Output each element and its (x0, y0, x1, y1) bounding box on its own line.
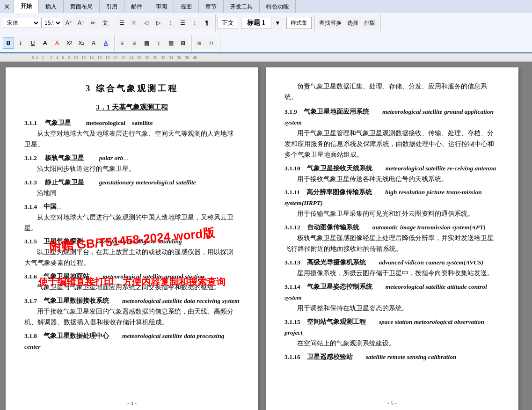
bold-btn[interactable]: B (3, 37, 14, 49)
list-bullet-btn[interactable]: ☰ (116, 17, 127, 29)
entry-312-header: 3.1.2 极轨气象卫星 polar orb… (24, 153, 240, 164)
entry-311-header: 3.1.1 气象卫星 meteorological satellite (24, 118, 240, 129)
tab-view[interactable]: 视图 (174, 0, 199, 13)
tab-chapter[interactable]: 章节 (199, 0, 224, 13)
tab-references[interactable]: 引用 (100, 0, 124, 13)
entry-313-body: 沿地同 (24, 188, 240, 199)
layout-btn[interactable]: 排版 (362, 17, 378, 29)
left-page-num: - 4 - (127, 399, 137, 408)
heading1-box[interactable]: 标题 1 (241, 17, 271, 29)
entry-315-body: 以卫星为观测平台，在其上放置主动的或被动的遥感仪器，用以探测大气气象要素的过程。 (24, 247, 240, 269)
heading-dropdown-btn[interactable]: ▼ (272, 17, 284, 29)
clear-format-btn[interactable]: ✏ (87, 17, 99, 29)
align-center-btn[interactable]: ☰ (177, 17, 188, 29)
entry-311: 3.1.1 气象卫星 meteorological satellite 从太空对… (24, 118, 240, 150)
font-group: 宋体 15.5 A⁺ A⁻ ✏ 文 (3, 15, 114, 31)
entry-312-term-en: polar orb (99, 154, 123, 161)
select-btn[interactable]: 选择 (345, 17, 361, 29)
entry-312-id: 3.1.2 (24, 154, 37, 161)
style-group: 正文 标题 1 ▼ 样式集 (218, 15, 315, 31)
entry-3114-header: 3.1.14 气象卫星姿态控制系统 meteorological satelli… (284, 282, 500, 303)
entry-3111-body: 用于传输气象卫星采集的可见光和红外云图资料的通信系统。 (284, 209, 500, 220)
font-color2-btn[interactable]: A (100, 37, 111, 49)
entry-3116-header: 3.1.16 卫星遥感校验站 satellite remote sensing … (284, 352, 500, 363)
entry-319-header: 3.1.9 气象卫星地面应用系统 meteorological satellit… (284, 107, 500, 128)
tab-layout[interactable]: 页面布局 (64, 0, 100, 13)
misc1-btn[interactable]: ≋ (194, 37, 205, 49)
toolbar-row2: B I U A̶ A X² X₂ A A ≡ ≡ ▦ ↨ ▤ ⊞ ≋ ∷ (0, 33, 532, 52)
italic-btn[interactable]: I (15, 37, 26, 49)
misc2-btn[interactable]: ∷ (206, 37, 217, 49)
font-size-select[interactable]: 15.5 (41, 18, 62, 28)
tab-developer[interactable]: 开发工具 (224, 0, 260, 13)
entry-316-header: 3.1.6 气象卫星地面站 meteorological satellite g… (24, 271, 240, 282)
font-color-btn[interactable]: A (51, 37, 63, 49)
spacing-btn[interactable]: ↨ (153, 37, 164, 49)
tab-file[interactable]: ✕ (0, 0, 14, 13)
entry-3113-body: 星用摄像系统，所摄云图存储于卫星中，按指令向资料收集站发送。 (284, 268, 500, 279)
section-title: 3．1 天基气象观测工程 (24, 102, 240, 114)
align-justify-btn[interactable]: ≡ (117, 37, 128, 49)
entry-3112-header: 3.1.12 自动图像传输系统 automatic image transmis… (284, 222, 500, 233)
font-name-select[interactable]: 宋体 (3, 18, 40, 28)
subscript-btn[interactable]: X₂ (76, 37, 87, 49)
entry-3115: 3.1.15 空间站气象观测工程 space station meteorolo… (284, 317, 500, 349)
main-area: 附赠 GB/T51458-2024 word版 使于编辑直接打印，方便内容复制和… (0, 62, 532, 410)
right-page: 负责气象卫星数据汇集、处理、存储、分发、应用和服务的信息系统。 3.1.9 气象… (266, 67, 518, 410)
entry-313-header: 3.1.3 静止气象卫星 geostationary meteorologica… (24, 177, 240, 188)
entry-3114-body: 用于调整和保持在轨卫星姿态的系统。 (284, 303, 500, 314)
right-intro: 负责气象卫星数据汇集、处理、存储、分发、应用和服务的信息系统。 (284, 81, 500, 103)
entry-314: 3.1.4 中国… 从太空对地球大气层进行气象观测的中国人造地球卫星，又称风云卫… (24, 202, 240, 234)
indent-decrease-btn[interactable]: ◁ (140, 17, 152, 29)
page-title: 3 综合气象观测工程 (24, 81, 240, 96)
entry-3115-body: 在空间站上的气象观测系统建设。 (284, 338, 500, 349)
entry-3114: 3.1.14 气象卫星姿态控制系统 meteorological satelli… (284, 282, 500, 314)
entry-3115-header: 3.1.15 空间站气象观测工程 space station meteorolo… (284, 317, 500, 338)
styles-gallery-btn[interactable]: 样式集 (286, 17, 312, 29)
align-right-btn[interactable]: ≡ (129, 37, 140, 49)
align-left-btn[interactable]: ⫶ (165, 17, 176, 29)
ribbon: ✕ 开始 插入 页面布局 引用 邮件 审阅 视图 章节 开发工具 特色功能 宋体… (0, 0, 532, 53)
entry-3111: 3.1.11 高分辨率图像传输系统 high resolution pictur… (284, 187, 500, 220)
entry-315-header: 3.1.5 卫星气象探测 satellite meteorological so… (24, 236, 240, 247)
shade-btn[interactable]: ▤ (165, 37, 176, 49)
entry-314-header: 3.1.4 中国… (24, 202, 240, 212)
tab-mail[interactable]: 邮件 (124, 0, 149, 13)
entry-311-term-en: meteorological satellite (86, 119, 153, 126)
tab-review[interactable]: 审阅 (149, 0, 174, 13)
entry-312: 3.1.2 极轨气象卫星 polar orb… 沿太阳同步轨道运行的气象卫星。 (24, 153, 240, 175)
paragraph2-group: ≡ ≡ ▦ ↨ ▤ ⊞ (117, 35, 192, 51)
entry-3110: 3.1.10 气象卫星接收天线系统 meteorological satelli… (284, 163, 500, 185)
font-grow-btn[interactable]: A⁺ (63, 17, 74, 29)
superscript-btn[interactable]: X² (64, 37, 75, 49)
paragraph-group: ☰ ≡ ◁ ▷ ⫶ ☰ ↕ ¶ (116, 15, 216, 31)
entry-311-id: 3.1.1 (24, 119, 37, 126)
underline-btn[interactable]: U (27, 37, 38, 49)
phonetic-btn[interactable]: 文 (100, 17, 111, 29)
entry-318: 3.1.8 气象卫星数据处理中心 meteorological satellit… (24, 331, 240, 352)
tab-special[interactable]: 特色功能 (260, 0, 296, 13)
style-normal-box[interactable]: 正文 (218, 17, 238, 29)
tab-home[interactable]: 开始 (14, 0, 39, 13)
phonetic-icon: 文 (102, 19, 108, 27)
misc-group: ≋ ∷ (194, 35, 220, 51)
col-layout-btn[interactable]: ▦ (141, 37, 152, 49)
format-group: B I U A̶ A X² X₂ A A (3, 35, 115, 51)
sort-btn[interactable]: ↕ (189, 17, 200, 29)
borders-btn[interactable]: ⊞ (177, 37, 189, 49)
entry-3113: 3.1.13 高级光导摄像机系统 advanced vidicon camera… (284, 257, 500, 279)
list-number-btn[interactable]: ≡ (128, 17, 139, 29)
font-shrink-btn[interactable]: A⁻ (75, 17, 87, 29)
entry-3111-header: 3.1.11 高分辨率图像传输系统 high resolution pictur… (284, 187, 500, 209)
show-marks-btn[interactable]: ¶ (201, 17, 212, 29)
find-replace-btn[interactable]: 查找替换 (317, 17, 344, 29)
tab-insert[interactable]: 插入 (39, 0, 64, 13)
indent-increase-btn[interactable]: ▷ (153, 17, 164, 29)
strikethrough-btn[interactable]: A̶ (39, 37, 51, 49)
entry-319: 3.1.9 气象卫星地面应用系统 meteorological satellit… (284, 107, 500, 161)
entry-311-term-cn: 气象卫星 (45, 119, 71, 126)
highlight-btn[interactable]: A (88, 37, 99, 49)
entry-316: 3.1.6 气象卫星地面站 meteorological satellite g… (24, 271, 240, 293)
entry-3110-header: 3.1.10 气象卫星接收天线系统 meteorological satelli… (284, 163, 500, 174)
entry-317-header: 3.1.7 气象卫星数据接收系统 meteorological satellit… (24, 296, 240, 307)
